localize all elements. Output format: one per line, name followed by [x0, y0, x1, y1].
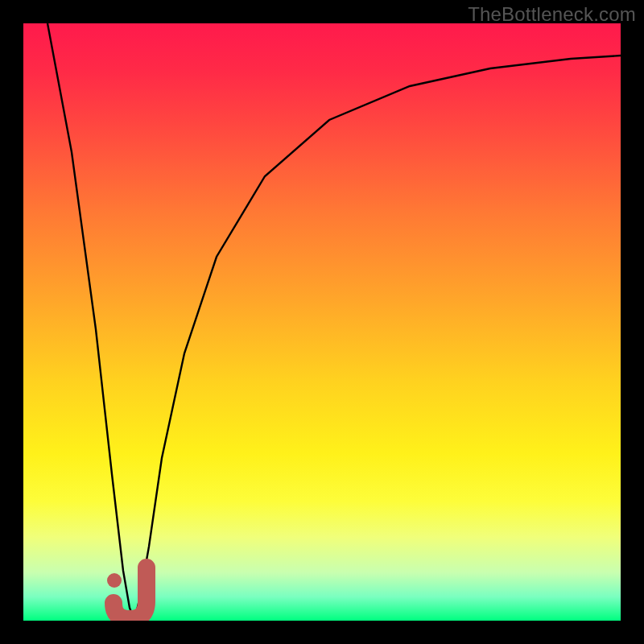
watermark-text: TheBottleneck.com: [468, 3, 636, 26]
marker-dot: [107, 573, 122, 588]
optimal-marker: [23, 23, 621, 621]
plot-area: [23, 23, 621, 621]
chart-frame: TheBottleneck.com: [0, 0, 644, 644]
